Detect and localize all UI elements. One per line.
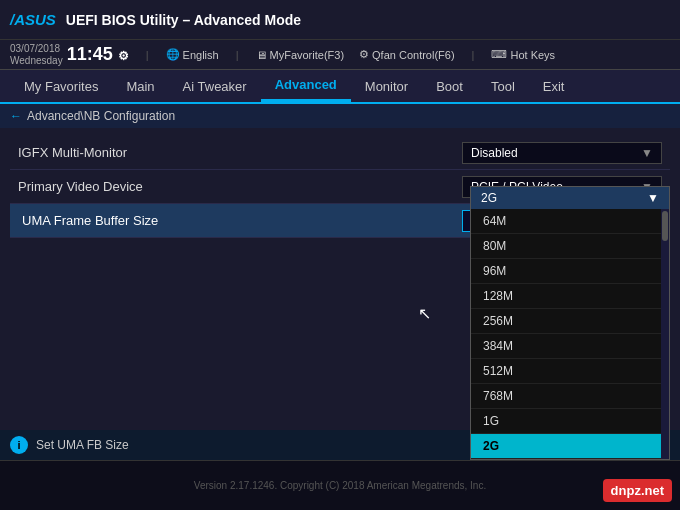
gear-icon: ⚙	[118, 49, 129, 63]
hotkeys-item[interactable]: ⌨ Hot Keys	[491, 48, 555, 61]
mouse-cursor: ↖	[418, 304, 431, 323]
dropdown-option-512m[interactable]: 512M	[471, 359, 669, 384]
dropdown-option-2g[interactable]: 2G	[471, 434, 669, 459]
igfx-value[interactable]: Disabled ▼	[462, 142, 662, 164]
setting-row-igfx[interactable]: IGFX Multi-Monitor Disabled ▼	[10, 136, 670, 170]
dropdown-option-96m[interactable]: 96M	[471, 259, 669, 284]
nav-ai-tweaker[interactable]: Ai Tweaker	[169, 70, 261, 102]
dropdown-option-64m[interactable]: 64M	[471, 209, 669, 234]
keyboard-icon: ⌨	[491, 48, 507, 61]
uma-label: UMA Frame Buffer Size	[18, 211, 162, 230]
language-item[interactable]: 🌐 English	[166, 48, 219, 61]
igfx-dropdown-arrow: ▼	[641, 146, 653, 160]
igfx-value-text: Disabled	[471, 146, 518, 160]
primary-video-label: Primary Video Device	[18, 179, 143, 194]
divider-3: |	[472, 49, 475, 61]
monitor-icon: 🖥	[256, 49, 267, 61]
nav-my-favorites[interactable]: My Favorites	[10, 70, 112, 102]
back-arrow[interactable]: ←	[10, 109, 22, 123]
nav-tool[interactable]: Tool	[477, 70, 529, 102]
dropdown-header-arrow: ▼	[647, 191, 659, 205]
uma-dropdown-list[interactable]: 2G ▼ 64M 80M 96M 128M 256M 384M 512M 768…	[470, 186, 670, 460]
globe-icon: 🌐	[166, 48, 180, 61]
dropdown-header: 2G ▼	[471, 187, 669, 209]
watermark: dnpz.net	[603, 479, 672, 502]
time-display: 11:45 ⚙	[67, 44, 129, 65]
asus-logo: /ASUS	[10, 11, 56, 28]
qfan-item[interactable]: ⚙ Qfan Control(F6)	[359, 48, 455, 61]
divider-2: |	[236, 49, 239, 61]
bios-title: UEFI BIOS Utility – Advanced Mode	[66, 12, 301, 28]
dropdown-scrollbar[interactable]	[661, 209, 669, 459]
header-bar: /ASUS UEFI BIOS Utility – Advanced Mode	[0, 0, 680, 40]
info-icon: i	[10, 436, 28, 454]
date-display: 03/07/2018 Wednesday	[10, 43, 63, 67]
nav-bar: My Favorites Main Ai Tweaker Advanced Mo…	[0, 70, 680, 104]
nav-boot[interactable]: Boot	[422, 70, 477, 102]
main-content: ← Advanced\NB Configuration IGFX Multi-M…	[0, 104, 680, 460]
dropdown-option-256m[interactable]: 256M	[471, 309, 669, 334]
fan-icon: ⚙	[359, 48, 369, 61]
info-bar: 03/07/2018 Wednesday 11:45 ⚙ | 🌐 English…	[0, 40, 680, 70]
breadcrumb: ← Advanced\NB Configuration	[0, 104, 680, 128]
footer-text: Version 2.17.1246. Copyright (C) 2018 Am…	[194, 480, 486, 491]
nav-advanced[interactable]: Advanced	[261, 70, 351, 102]
datetime-section: 03/07/2018 Wednesday 11:45 ⚙	[10, 43, 129, 67]
dropdown-option-80m[interactable]: 80M	[471, 234, 669, 259]
divider-1: |	[146, 49, 149, 61]
nav-exit[interactable]: Exit	[529, 70, 579, 102]
breadcrumb-path: Advanced\NB Configuration	[27, 109, 175, 123]
igfx-label: IGFX Multi-Monitor	[18, 145, 127, 160]
footer: Version 2.17.1246. Copyright (C) 2018 Am…	[0, 460, 680, 510]
myfavorite-item[interactable]: 🖥 MyFavorite(F3)	[256, 49, 345, 61]
nav-monitor[interactable]: Monitor	[351, 70, 422, 102]
dropdown-option-128m[interactable]: 128M	[471, 284, 669, 309]
bottom-info-text: Set UMA FB Size	[36, 438, 129, 452]
nav-main[interactable]: Main	[112, 70, 168, 102]
dropdown-option-768m[interactable]: 768M	[471, 384, 669, 409]
dropdown-option-1g[interactable]: 1G	[471, 409, 669, 434]
dropdown-scrollbar-thumb[interactable]	[662, 211, 668, 241]
dropdown-option-384m[interactable]: 384M	[471, 334, 669, 359]
